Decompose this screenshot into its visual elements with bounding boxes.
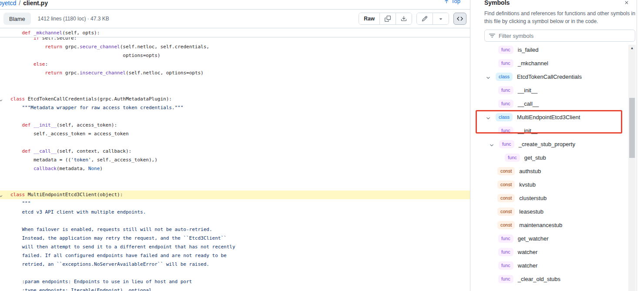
- symbol-row-call[interactable]: func__call__: [471, 97, 636, 110]
- symbol-kind-badge: func: [498, 46, 513, 54]
- symbol-row-watcher[interactable]: funcwatcher: [471, 245, 636, 259]
- symbol-row-clearoldstubs[interactable]: func_clear_old_stubs: [471, 272, 636, 286]
- code-line: return grpc.insecure_channel(self.netloc…: [0, 69, 470, 77]
- code-line: callback(metadata, None): [0, 164, 470, 173]
- blame-button[interactable]: Blame: [3, 13, 31, 25]
- symbols-panel-description: Find definitions and references for func…: [484, 10, 635, 25]
- scroll-up-arrow-icon[interactable]: ▲: [628, 45, 636, 51]
- code-line: [0, 77, 470, 86]
- symbol-row-leasestub[interactable]: constleasestub: [471, 205, 636, 218]
- symbols-scrollbar[interactable]: ▲: [628, 45, 636, 291]
- code-line: options=opts): [0, 51, 470, 60]
- code-line: [0, 112, 470, 121]
- code-line: [0, 182, 470, 191]
- code-line: else:: [0, 60, 470, 69]
- symbol-kind-badge: func: [498, 261, 513, 269]
- symbol-row-init[interactable]: func__init__: [471, 124, 636, 137]
- code-line: """Metadata wrapper for raw access token…: [0, 104, 470, 112]
- chevron-down-icon: [0, 98, 3, 103]
- symbol-row-kvstub[interactable]: constkvstub: [471, 178, 636, 191]
- symbol-row-clusterstub[interactable]: constclusterstub: [471, 191, 636, 205]
- symbol-kind-badge: func: [505, 154, 520, 161]
- copy-icon: [385, 16, 391, 22]
- symbol-name: __init__: [518, 87, 538, 94]
- symbol-name: watcher: [518, 249, 538, 255]
- scrollbar-thumb[interactable]: [629, 98, 635, 158]
- symbol-row-createstubproperty[interactable]: func_create_stub_property: [471, 137, 636, 151]
- code-line: def __init__(self, access_token):: [0, 121, 470, 130]
- code-line: Instead, the application may retry the r…: [0, 234, 470, 243]
- chevron-down-icon: [486, 75, 491, 80]
- code-line: """: [0, 199, 470, 208]
- code-panel: pyetcd / client.py Top Blame 1412 lines …: [0, 0, 470, 291]
- symbol-row-maintenancestub[interactable]: constmaintenancestub: [471, 218, 636, 232]
- filter-icon: [489, 33, 495, 39]
- code-icon: [457, 16, 463, 22]
- symbol-name: __call__: [518, 100, 539, 107]
- symbol-name: maintenancestub: [519, 222, 562, 228]
- copy-button[interactable]: [379, 13, 396, 24]
- symbol-row-getwatcher[interactable]: funcget_watcher: [471, 232, 636, 245]
- edit-button-group: [416, 13, 449, 25]
- download-button[interactable]: [396, 13, 412, 24]
- page-scrollbar-gutter[interactable]: [637, 0, 644, 291]
- code-line: if self.secure:: [0, 37, 470, 43]
- symbol-row-authstub[interactable]: constauthstub: [471, 164, 636, 178]
- arrow-up-icon: [444, 0, 449, 4]
- filter-symbols-field[interactable]: [484, 30, 635, 42]
- filter-symbols-input[interactable]: [499, 33, 631, 39]
- file-header: Blame 1412 lines (1180 loc) · 47.3 KB Ra…: [0, 10, 470, 28]
- edit-button[interactable]: [417, 13, 433, 24]
- close-symbols-button[interactable]: [623, 0, 630, 6]
- symbol-name: authstub: [519, 168, 541, 174]
- symbol-row-getstub[interactable]: funcget_stub: [471, 151, 636, 164]
- chevron-down-icon: [489, 143, 494, 148]
- symbol-row-MultiEndpointEtcd3Client[interactable]: classMultiEndpointEtcd3Client: [471, 110, 636, 124]
- code-line: :type endpoints: Iterable(Endpoint), opt…: [0, 286, 470, 291]
- symbol-kind-badge: func: [498, 275, 513, 283]
- symbol-row-isfailed[interactable]: funcis_failed: [471, 43, 636, 57]
- back-to-top-link[interactable]: Top: [444, 0, 460, 4]
- download-icon: [401, 16, 407, 22]
- symbol-row-EtcdTokenCallCredentials[interactable]: classEtcdTokenCallCredentials: [471, 70, 636, 84]
- chevron-down-icon[interactable]: [486, 115, 491, 120]
- symbols-panel: Symbols Find definitions and references …: [471, 0, 636, 291]
- chevron-down-icon: [0, 194, 3, 198]
- chevron-down-icon[interactable]: [489, 142, 494, 147]
- breadcrumb-repo-link[interactable]: pyetcd: [0, 0, 16, 7]
- code-line: :param endpoints: Endpoints to use in li…: [0, 278, 470, 286]
- raw-button-group: Raw: [359, 13, 412, 25]
- chevron-down-icon[interactable]: [486, 74, 491, 80]
- code-line: def __call__(self, context, callback):: [0, 147, 470, 156]
- breadcrumb-separator: /: [19, 0, 20, 7]
- breadcrumb-file-name: client.py: [23, 0, 48, 7]
- edit-dropdown-button[interactable]: [433, 13, 449, 24]
- symbol-kind-badge: const: [497, 207, 515, 215]
- code-line: [0, 138, 470, 147]
- code-line: metadata = (('token', self._access_token…: [0, 156, 470, 164]
- symbol-kind-badge: func: [498, 234, 513, 242]
- symbol-name: kvstub: [519, 181, 536, 188]
- symbols-toggle-button[interactable]: [453, 13, 466, 25]
- symbol-row-init[interactable]: func__init__: [471, 84, 636, 97]
- symbol-row-watcher[interactable]: funcwatcher: [471, 259, 636, 272]
- raw-button[interactable]: Raw: [359, 13, 379, 24]
- breadcrumb: pyetcd / client.py Top: [0, 0, 470, 10]
- symbol-kind-badge: const: [497, 181, 515, 188]
- code-line: etcd v3 API client with multiple endpoin…: [0, 208, 470, 217]
- symbol-name: get_stub: [524, 154, 546, 161]
- code-line: [0, 173, 470, 182]
- code-line: will then attempt to send it to a differ…: [0, 243, 470, 251]
- code-line: When failover is enabled, requests still…: [0, 225, 470, 234]
- collapse-code-button[interactable]: [0, 193, 3, 197]
- code-line: class EtcdTokenCallCredentials(grpc.Auth…: [0, 95, 470, 104]
- code-line: def _mkchannel(self, opts):: [0, 28, 470, 37]
- x-icon: [624, 0, 629, 5]
- symbol-kind-badge: func: [498, 86, 513, 94]
- symbol-kind-badge: class: [496, 73, 513, 80]
- symbol-row-mkchannel[interactable]: func_mkchannel: [471, 57, 636, 70]
- symbol-name: EtcdTokenCallCredentials: [517, 74, 582, 80]
- collapse-code-button[interactable]: [0, 97, 3, 101]
- symbols-panel-title: Symbols: [484, 0, 510, 6]
- symbol-kind-badge: func: [498, 59, 513, 67]
